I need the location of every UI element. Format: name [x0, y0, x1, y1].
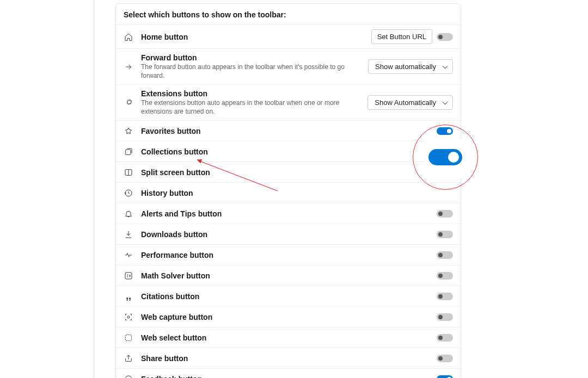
downloads-toggle[interactable]	[437, 231, 453, 238]
set-url-button[interactable]: Set Button URL	[371, 29, 432, 44]
forward-select[interactable]: Show automatically	[368, 59, 453, 74]
row-title: Citations button	[141, 292, 429, 301]
row-title: Favorites button	[141, 127, 429, 135]
row-math: Math Solver button	[116, 265, 461, 286]
webselect-toggle[interactable]	[437, 334, 453, 342]
svg-point-4	[127, 316, 130, 318]
bell-icon	[124, 209, 133, 219]
home-toggle[interactable]	[437, 33, 453, 41]
sidebar-divider	[94, 0, 94, 378]
math-toggle[interactable]	[437, 272, 453, 280]
performance-toggle[interactable]	[437, 251, 453, 259]
feedback-icon	[124, 374, 133, 378]
svg-rect-3	[125, 272, 132, 279]
row-web-capture: Web capture button	[116, 307, 461, 327]
row-title: Downloads button	[141, 230, 429, 239]
history-icon	[124, 188, 133, 198]
row-performance: Performance button	[116, 245, 461, 265]
row-split-screen: Split screen button	[116, 162, 461, 183]
panel-header: Select which buttons to show on the tool…	[116, 4, 461, 25]
share-toggle[interactable]	[437, 355, 453, 362]
split-screen-icon	[124, 168, 133, 177]
favorites-toggle[interactable]	[437, 127, 453, 135]
row-title: Extensions button	[141, 89, 360, 98]
svg-rect-5	[126, 335, 132, 341]
row-favorites: Favorites button	[116, 121, 461, 141]
star-icon	[124, 126, 133, 136]
math-icon	[124, 271, 133, 281]
row-collections: Collections button	[116, 141, 461, 162]
row-share: Share button	[116, 348, 461, 369]
row-desc: The forward button auto appears in the t…	[141, 63, 360, 80]
row-forward: Forward button The forward button auto a…	[116, 49, 461, 85]
toolbar-buttons-panel: Select which buttons to show on the tool…	[115, 3, 461, 378]
row-title: Alerts and Tips button	[141, 209, 429, 218]
row-extensions: Extensions button The extensions button …	[116, 85, 461, 121]
row-web-select: Web select button	[116, 327, 461, 348]
svg-point-6	[125, 376, 132, 378]
extensions-select[interactable]: Show Automatically	[367, 95, 453, 110]
feedback-toggle[interactable]	[437, 375, 453, 378]
row-title: Math Solver button	[141, 271, 429, 280]
svg-rect-0	[126, 150, 131, 154]
row-title: Collections button	[141, 147, 445, 156]
row-history: History button	[116, 183, 461, 203]
row-title: Web select button	[141, 333, 429, 342]
capture-icon	[124, 312, 133, 322]
row-title: Split screen button	[141, 168, 420, 177]
forward-arrow-icon	[124, 62, 133, 72]
row-citations: ,, Citations button	[116, 286, 461, 307]
share-icon	[124, 354, 133, 363]
row-feedback: Feedback button	[116, 369, 461, 378]
collections-icon	[124, 147, 133, 157]
row-title: History button	[141, 189, 445, 197]
download-icon	[124, 230, 133, 239]
home-icon	[124, 32, 133, 42]
row-title: Performance button	[141, 251, 429, 259]
select-icon	[124, 333, 133, 343]
heartbeat-icon	[124, 250, 133, 260]
alerts-toggle[interactable]	[437, 210, 453, 218]
webcapture-toggle[interactable]	[437, 313, 453, 321]
select-label: Show automatically	[375, 63, 436, 71]
extension-icon	[124, 98, 133, 108]
row-title: Forward button	[141, 53, 360, 62]
row-title: Share button	[141, 354, 429, 363]
quote-icon: ,,	[124, 292, 133, 301]
row-desc: The extensions button auto appears in th…	[141, 99, 360, 116]
row-title: Home button	[141, 33, 364, 41]
select-label: Show Automatically	[375, 98, 436, 107]
row-title: Feedback button	[141, 375, 429, 378]
row-alerts: Alerts and Tips button	[116, 203, 461, 224]
row-downloads: Downloads button	[116, 224, 461, 245]
citations-toggle[interactable]	[437, 293, 453, 300]
row-home: Home button Set Button URL	[116, 25, 461, 49]
row-title: Web capture button	[141, 313, 429, 321]
